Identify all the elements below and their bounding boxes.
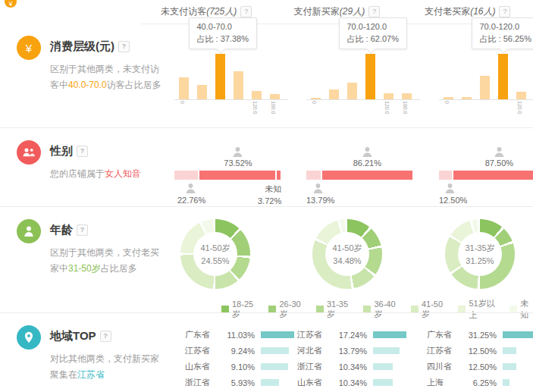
bar-group[interactable]: [179, 54, 280, 99]
section-consumption-level: ¥ 消费层级(元) ? 区别于其他两类，未支付访客中40.0-70.0访客占比居…: [0, 24, 533, 127]
tooltip-value: 占比 : 56.25%: [480, 33, 531, 45]
column-count: (725人): [206, 5, 237, 18]
bar[interactable]: [516, 92, 526, 99]
bar[interactable]: [444, 97, 453, 99]
gender-segment-unknown[interactable]: [277, 171, 281, 180]
section-title: 年龄 ?: [50, 223, 165, 237]
bar[interactable]: [311, 98, 321, 99]
gender-segment-female[interactable]: [322, 171, 412, 180]
age-chart-unpaid[interactable]: 41-50岁24.55%: [174, 207, 296, 313]
region-bar[interactable]: [503, 347, 516, 354]
gender-segment-female[interactable]: [199, 171, 275, 180]
age-chart-new[interactable]: 41-50岁34.48%: [296, 207, 421, 313]
consumption-info: ¥ 消费层级(元) ? 区别于其他两类，未支付访客中40.0-70.0访客占比居…: [0, 24, 174, 127]
region-bar[interactable]: [373, 379, 393, 386]
x-axis-ticks: 0120.0180.0: [179, 101, 280, 118]
region-row: 浙江省10.34%: [297, 360, 417, 373]
tick-cell: [197, 101, 207, 118]
gender-bar[interactable]: [306, 171, 412, 180]
gender-chart-repeat[interactable]: 87.50%12.50%: [421, 128, 533, 207]
region-bar[interactable]: [503, 363, 516, 370]
help-icon[interactable]: ?: [100, 331, 111, 342]
section-description: 区别于其他两类，支付老买家中31-50岁占比居多: [50, 245, 165, 277]
female-percentage: 86.21%: [353, 158, 381, 168]
bar[interactable]: [179, 77, 189, 99]
region-name: 广东省: [427, 329, 462, 340]
region-list-new: 江苏省17.24%河北省13.79%浙江省10.34%山东省10.34%湖南省1…: [296, 313, 421, 392]
region-bar[interactable]: [373, 363, 393, 370]
donut-center-label: 41-50岁24.55%: [180, 219, 250, 289]
region-row: 山东省9.10%: [185, 360, 305, 373]
consumption-chart-repeat[interactable]: 0120.0180.070.0-120.0占比 : 56.25%: [421, 24, 533, 127]
unknown-label: 未知3.72%: [258, 183, 281, 207]
tooltip-range: 70.0-120.0: [480, 22, 531, 31]
gender-segment-male[interactable]: [306, 171, 321, 180]
bar[interactable]: [365, 54, 375, 99]
x-axis: [306, 99, 420, 100]
tick-cell: [347, 101, 357, 118]
help-icon[interactable]: ?: [118, 41, 130, 52]
bar[interactable]: [215, 54, 225, 99]
help-icon[interactable]: ?: [77, 146, 88, 157]
bar[interactable]: [498, 54, 508, 99]
gender-segment-female[interactable]: [453, 171, 533, 180]
tick-cell: 120.0: [384, 101, 393, 118]
help-icon[interactable]: ?: [240, 6, 252, 17]
tooltip-range: 40.0-70.0: [197, 22, 249, 31]
consumption-chart-unpaid[interactable]: 0120.0180.040.0-70.0占比 : 37.38%: [174, 24, 296, 127]
gender-chart-unpaid[interactable]: 73.52%22.76%未知3.72%: [174, 128, 296, 207]
region-bar[interactable]: [261, 347, 289, 354]
help-icon[interactable]: ?: [368, 6, 380, 17]
bar-group[interactable]: [444, 54, 533, 99]
gender-segment-male[interactable]: [439, 171, 452, 180]
section-description: 您的店铺属于女人知音: [50, 166, 165, 182]
bar[interactable]: [197, 85, 207, 99]
region-row: 四川省12.50%: [427, 360, 533, 373]
female-percentage: 73.52%: [224, 158, 252, 168]
donut-percentage: 31.25%: [466, 256, 494, 265]
section-title: 性别 ?: [50, 144, 165, 158]
gender-bar[interactable]: [174, 171, 281, 180]
bar[interactable]: [270, 94, 280, 99]
bar[interactable]: [402, 93, 412, 99]
help-icon[interactable]: ?: [77, 224, 88, 236]
region-bar[interactable]: [373, 331, 406, 338]
region-row: 江苏省9.24%: [185, 344, 305, 357]
unknown-percentage: 3.72%: [258, 195, 281, 207]
region-bar[interactable]: [261, 331, 294, 338]
section-description: 对比其他两类，支付新买家聚集在江苏省: [50, 351, 165, 383]
consumption-chart-new[interactable]: 0120.0180.070.0-120.0占比 : 62.07%: [296, 24, 421, 127]
region-row: 上海6.25%: [427, 376, 533, 389]
bar[interactable]: [480, 76, 490, 99]
section-age: 年龄 ? 区别于其他两类，支付老买家中31-50岁占比居多 41-50岁24.5…: [0, 206, 533, 313]
bar[interactable]: [329, 89, 339, 99]
region-name: 江苏省: [185, 345, 220, 356]
tick-label: 0: [444, 101, 450, 104]
gender-chart-new[interactable]: 86.21%13.79%: [296, 128, 421, 207]
region-bar[interactable]: [503, 331, 533, 338]
region-bar[interactable]: [261, 363, 288, 370]
tooltip-caret: [499, 44, 509, 54]
chart-tooltip: 70.0-120.0占比 : 62.07%: [339, 17, 407, 49]
male-icon: [444, 183, 456, 194]
bar[interactable]: [384, 93, 393, 99]
bar[interactable]: [462, 97, 472, 99]
bar[interactable]: [234, 71, 243, 99]
help-icon[interactable]: ?: [499, 6, 510, 17]
region-bar[interactable]: [503, 379, 509, 386]
region-percentage: 6.25%: [462, 378, 497, 387]
gender-bar[interactable]: [439, 171, 533, 180]
region-bar[interactable]: [373, 347, 400, 354]
region-percentage: 11.03%: [220, 331, 255, 340]
description-highlight: 江苏省: [77, 369, 105, 380]
bar-group[interactable]: [311, 54, 412, 99]
gender-segment-male[interactable]: [174, 171, 198, 180]
bar[interactable]: [347, 83, 357, 99]
section-region-top: 地域TOP ? 对比其他两类，支付新买家聚集在江苏省 广东省11.03%江苏省9…: [0, 312, 533, 392]
age-chart-repeat[interactable]: 31-35岁31.25%: [421, 207, 533, 313]
region-name: 江苏省: [427, 345, 462, 356]
bar[interactable]: [252, 91, 262, 99]
tick-label: 0: [180, 101, 185, 104]
region-bar[interactable]: [261, 379, 279, 386]
donut-center-label: 31-35岁31.25%: [445, 219, 515, 289]
